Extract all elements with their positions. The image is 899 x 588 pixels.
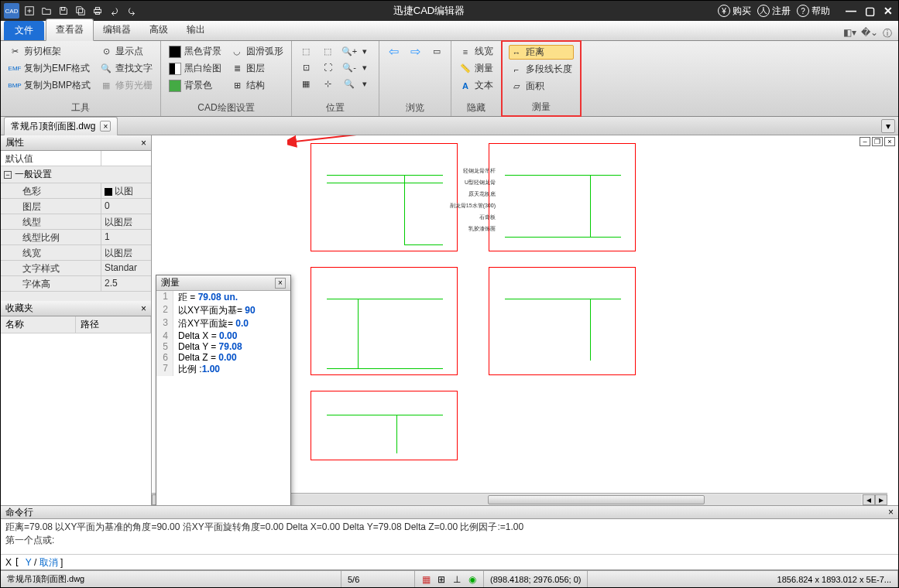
commandline-header: 命令行× bbox=[1, 505, 898, 519]
group-cad-settings: 黑色背景 黑白绘图 背景色 ◡圆滑弧形 ≣图层 ⊞结构 CAD绘图设置 bbox=[161, 41, 292, 116]
general-group[interactable]: −一般设置 bbox=[1, 166, 151, 183]
doc-tab[interactable]: 常规吊顶剖面图.dwg × bbox=[4, 117, 118, 135]
zoom-out[interactable]: 🔍-▾ bbox=[341, 60, 372, 74]
show-points[interactable]: ⊙显示点 bbox=[98, 44, 154, 59]
measure-panel[interactable]: 测量 × 1距 = 79.08 un. 2以XY平面为基= 90 3沿XY平面旋… bbox=[156, 275, 291, 505]
ribbon-tabs: 文件 查看器 编辑器 高级 输出 ◧▾ �⁠⌄ ⓘ bbox=[1, 21, 898, 41]
titlebar: CAD 迅捷CAD编辑器 ¥购买 人注册 ?帮助 — ▢ ✕ bbox=[1, 1, 898, 21]
help-link[interactable]: ?帮助 bbox=[797, 5, 830, 18]
ribbon: ✂剪切框架 EMF复制为EMF格式 BMP复制为BMP格式 ⊙显示点 🔍查找文字… bbox=[1, 41, 898, 117]
buy-link[interactable]: ¥购买 bbox=[718, 5, 751, 18]
pos-3[interactable]: ▦ bbox=[298, 77, 314, 91]
prop-lineweight[interactable]: 线宽以图层 bbox=[1, 245, 151, 261]
commandline-input[interactable]: X [ Y / 取消 ] bbox=[1, 555, 898, 570]
svg-rect-1 bbox=[61, 8, 64, 11]
status-bar: 常规吊顶剖面图.dwg 5/6 ▦ ⊞ ⊥ ◉ (898.4188; 2976.… bbox=[1, 570, 898, 587]
group-tools: ✂剪切框架 EMF复制为EMF格式 BMP复制为BMP格式 ⊙显示点 🔍查找文字… bbox=[1, 41, 161, 116]
prop-color[interactable]: 色彩 以图 bbox=[1, 183, 151, 199]
grid-icon[interactable]: ⊞ bbox=[435, 573, 448, 586]
black-bg[interactable]: 黑色背景 bbox=[167, 44, 223, 59]
maximize-icon[interactable]: ▢ bbox=[863, 4, 877, 18]
document-tabs: 常规吊顶剖面图.dwg × ▾ bbox=[1, 117, 898, 135]
redo-icon[interactable] bbox=[123, 2, 140, 19]
sidebar: 属性× 默认值 −一般设置 色彩 以图 图层0 线型以图层 线型比例1 线宽以图… bbox=[1, 135, 152, 505]
status-pages: 5/6 bbox=[341, 571, 415, 587]
open-icon[interactable] bbox=[38, 2, 55, 19]
smooth-arc[interactable]: ◡圆滑弧形 bbox=[229, 44, 285, 59]
fav-columns: 名称 路径 bbox=[1, 316, 151, 333]
zoom-fit[interactable]: 🔍▾ bbox=[341, 77, 372, 91]
prop-layer[interactable]: 图层0 bbox=[1, 199, 151, 214]
minimize-icon[interactable]: — bbox=[844, 4, 858, 18]
commandline-output: 距离=79.08 以XY平面为基准的角度=90.00 沿XY平面旋转角度=0.0… bbox=[1, 519, 898, 555]
status-coords: (898.4188; 2976.056; 0) bbox=[484, 571, 588, 587]
layers[interactable]: ≣图层 bbox=[229, 61, 285, 76]
measure-close-icon[interactable]: × bbox=[275, 278, 286, 289]
prop-linetype[interactable]: 线型以图层 bbox=[1, 214, 151, 230]
new-icon[interactable] bbox=[21, 2, 38, 19]
copy-bmp[interactable]: BMP复制为BMP格式 bbox=[7, 78, 92, 93]
nav-prev[interactable]: ⇦ bbox=[386, 44, 401, 58]
print-icon[interactable] bbox=[89, 2, 106, 19]
status-file: 常规吊顶剖面图.dwg bbox=[1, 571, 341, 587]
measure-distance[interactable]: ↔距离 bbox=[509, 45, 574, 60]
cmd-close-icon[interactable]: × bbox=[888, 507, 894, 518]
properties-header: 属性× bbox=[1, 135, 151, 151]
main-area: 属性× 默认值 −一般设置 色彩 以图 图层0 线型以图层 线型比例1 线宽以图… bbox=[1, 135, 898, 505]
prop-ltscale[interactable]: 线型比例1 bbox=[1, 230, 151, 245]
ribbon-collapse-icon[interactable]: �⁠⌄ bbox=[861, 27, 878, 40]
zoom-in[interactable]: 🔍+▾ bbox=[341, 44, 372, 58]
tab-editor[interactable]: 编辑器 bbox=[94, 19, 140, 40]
prop-textstyle[interactable]: 文字样式Standar bbox=[1, 261, 151, 276]
structure[interactable]: ⊞结构 bbox=[229, 78, 285, 93]
fav-close-icon[interactable]: × bbox=[141, 303, 146, 314]
svg-rect-3 bbox=[95, 8, 99, 10]
status-dims: 1856.824 x 1893.012 x 5E-7... bbox=[771, 571, 898, 587]
tab-file[interactable]: 文件 bbox=[4, 21, 44, 40]
measure-area[interactable]: ▱面积 bbox=[509, 79, 574, 94]
group-hide: ≡线宽 📏测量 A文本 隐藏 bbox=[451, 41, 502, 116]
hide-text[interactable]: A文本 bbox=[458, 78, 495, 93]
close-icon[interactable]: ✕ bbox=[881, 4, 895, 18]
tab-output[interactable]: 输出 bbox=[177, 19, 214, 40]
group-position: ⬚ ⊡ ▦ ⬚ ⛶ ⊹ 🔍+▾ 🔍-▾ 🔍▾ 位置 bbox=[292, 41, 379, 116]
bg-color[interactable]: 背景色 bbox=[167, 78, 223, 93]
app-window: CAD 迅捷CAD编辑器 ¥购买 人注册 ?帮助 — ▢ ✕ 文件 查看器 编辑… bbox=[0, 0, 899, 588]
ribbon-help-icon[interactable]: ⓘ bbox=[883, 27, 892, 40]
ribbon-style-icon[interactable]: ◧▾ bbox=[843, 27, 856, 40]
app-title: 迅捷CAD编辑器 bbox=[140, 4, 718, 18]
measure-header[interactable]: 测量 × bbox=[156, 275, 290, 291]
undo-icon[interactable] bbox=[106, 2, 123, 19]
pos-1[interactable]: ⬚ bbox=[298, 44, 314, 58]
measure-polyline[interactable]: ⌐多段线长度 bbox=[509, 62, 574, 77]
linewidth[interactable]: ≡线宽 bbox=[458, 44, 495, 59]
bw-draw[interactable]: 黑白绘图 bbox=[167, 61, 223, 76]
nav-next[interactable]: ⇨ bbox=[407, 44, 423, 58]
find-text[interactable]: 🔍查找文字 bbox=[98, 61, 154, 76]
default-row[interactable]: 默认值 bbox=[1, 151, 151, 166]
measure-results: 1距 = 79.08 un. 2以XY平面为基= 90 3沿XY平面旋= 0.0… bbox=[156, 291, 290, 505]
snap-icon[interactable]: ▦ bbox=[420, 573, 432, 586]
save-icon[interactable] bbox=[55, 2, 72, 19]
osnap-icon[interactable]: ◉ bbox=[466, 573, 479, 586]
copy-emf[interactable]: EMF复制为EMF格式 bbox=[7, 61, 92, 76]
register-link[interactable]: 人注册 bbox=[757, 5, 791, 18]
pos-6[interactable]: ⊹ bbox=[320, 77, 335, 91]
cut-frame[interactable]: ✂剪切框架 bbox=[7, 44, 92, 59]
props-close-icon[interactable]: × bbox=[141, 138, 146, 149]
pos-5[interactable]: ⛶ bbox=[320, 60, 335, 74]
nav-drop[interactable]: ▭ bbox=[429, 44, 444, 58]
ortho-icon[interactable]: ⊥ bbox=[451, 573, 463, 586]
pos-2[interactable]: ⊡ bbox=[298, 60, 314, 74]
pos-4[interactable]: ⬚ bbox=[320, 44, 335, 58]
tab-advanced[interactable]: 高级 bbox=[140, 19, 177, 40]
tab-viewer[interactable]: 查看器 bbox=[46, 19, 94, 41]
hide-measure[interactable]: 📏测量 bbox=[458, 61, 495, 76]
prop-fontheight[interactable]: 字体高2.5 bbox=[1, 276, 151, 292]
close-tab-icon[interactable]: × bbox=[100, 121, 111, 132]
group-browse: ⇦ ⇨ ▭ 浏览 bbox=[379, 41, 451, 116]
saveall-icon[interactable] bbox=[72, 2, 89, 19]
tab-dropdown-icon[interactable]: ▾ bbox=[881, 119, 895, 133]
group-measure: ↔距离 ⌐多段线长度 ▱面积 测量 bbox=[501, 40, 582, 117]
fav-list[interactable] bbox=[1, 333, 151, 505]
